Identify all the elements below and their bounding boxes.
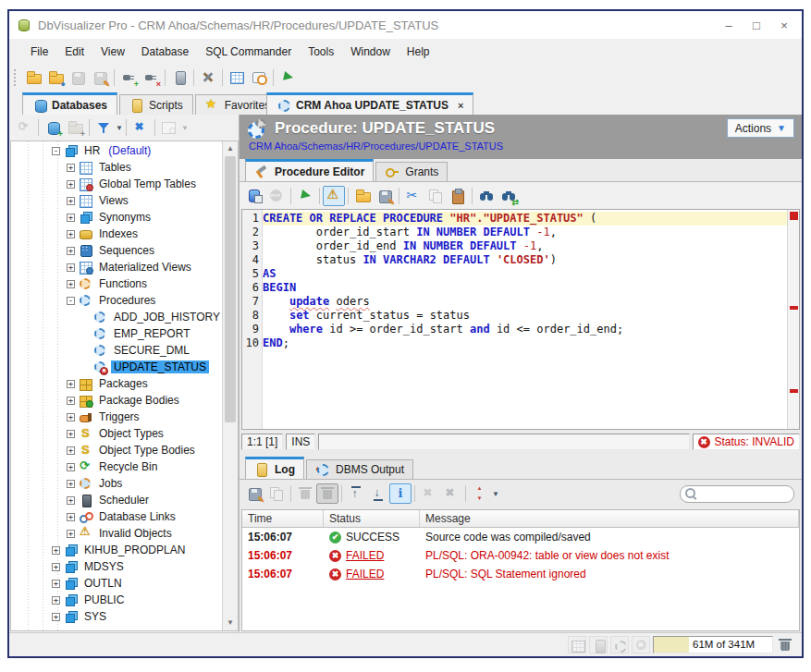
log-search[interactable]	[680, 485, 794, 503]
close-button[interactable]: ×	[770, 14, 798, 36]
column-header-message[interactable]: Message	[420, 510, 799, 527]
find-button[interactable]	[475, 186, 498, 206]
tree-item-scheduler[interactable]: +Scheduler	[11, 492, 222, 508]
code-line[interactable]: END;	[263, 336, 787, 350]
clear-button[interactable]	[294, 483, 316, 504]
actions-button[interactable]: Actions ▼	[727, 118, 794, 138]
copy-log-button[interactable]	[265, 483, 288, 504]
expand-icon[interactable]: +	[67, 164, 75, 172]
log-row[interactable]: 15:06:07✖FAILEDPL/SQL: SQL Statement ign…	[242, 565, 799, 583]
tree-scrollbar[interactable]: ▲ ▼	[222, 141, 238, 630]
tool-properties-button[interactable]	[197, 67, 219, 88]
connections-indicator[interactable]	[589, 636, 608, 654]
refresh-button[interactable]	[13, 117, 35, 138]
sql-editor[interactable]: 12345678910 CREATE OR REPLACE PROCEDURE …	[241, 209, 800, 430]
minimize-button[interactable]: –	[715, 14, 743, 36]
tree-item-procedures[interactable]: -Procedures	[11, 292, 222, 309]
grid-window-button[interactable]	[226, 67, 248, 88]
tab-dbms-output[interactable]: ●DBMS Output	[306, 459, 413, 479]
tree-item-packages[interactable]: +Packages	[11, 375, 222, 392]
expand-icon[interactable]: +	[67, 263, 75, 272]
menu-database[interactable]: Database	[133, 42, 197, 62]
memory-indicator[interactable]: 61M of 341M	[653, 636, 773, 654]
tree-item-mdsys[interactable]: +MDSYS	[11, 558, 222, 575]
expand-icon[interactable]: +	[67, 430, 75, 438]
tree-item-update-status[interactable]: UPDATE_STATUS	[11, 359, 222, 375]
tab-scripts[interactable]: Scripts	[119, 94, 193, 115]
collapse-icon[interactable]: -	[52, 147, 60, 155]
paste-button[interactable]	[447, 186, 469, 206]
expand-icon[interactable]: +	[52, 563, 60, 571]
tree-item-public[interactable]: +PUBLIC	[11, 592, 222, 608]
object-tab-close-icon[interactable]: ×	[458, 100, 463, 111]
error-marker[interactable]	[790, 306, 798, 310]
stop-button[interactable]	[265, 186, 288, 206]
tree-item-materialized-views[interactable]: +Materialized Views	[11, 259, 222, 275]
scroll-to-top-button[interactable]	[345, 483, 367, 504]
expand-icon[interactable]: +	[67, 247, 75, 255]
export-log-button[interactable]: ✎	[243, 483, 265, 504]
tree-item-sequences[interactable]: +Sequences	[11, 242, 222, 259]
preview-caret-icon[interactable]: ▼	[181, 124, 189, 132]
tree-item-object-type-bodies[interactable]: +Object Type Bodies	[11, 442, 222, 458]
expand-icon[interactable]: +	[52, 546, 60, 555]
expand-icon[interactable]: +	[67, 463, 75, 471]
tab-databases[interactable]: Databases	[22, 92, 117, 115]
expand-icon[interactable]: +	[67, 397, 75, 405]
tree-item-secure-dml[interactable]: SECURE_DML	[11, 342, 222, 359]
menu-window[interactable]: Window	[342, 42, 399, 62]
cut-button[interactable]	[402, 186, 424, 206]
tree-item-jobs[interactable]: +Jobs	[11, 475, 222, 492]
tree-item-views[interactable]: +Views	[11, 192, 222, 209]
error-stripe[interactable]	[787, 210, 799, 429]
menu-view[interactable]: View	[92, 42, 133, 62]
tree-item-object-types[interactable]: +Object Types	[11, 425, 222, 442]
show-info-button[interactable]	[389, 483, 412, 504]
code-line[interactable]: set current_status = status	[263, 309, 787, 323]
task-gear-indicator[interactable]	[610, 636, 629, 654]
garbage-collect-button[interactable]	[776, 636, 794, 654]
expand-icon[interactable]: +	[67, 230, 75, 238]
collapse-rows-button[interactable]	[440, 483, 462, 504]
tab-grants[interactable]: Grants	[375, 162, 448, 181]
expand-icon[interactable]: +	[52, 580, 60, 588]
expand-icon[interactable]: +	[67, 496, 75, 505]
tree-item-recycle-bin[interactable]: +Recycle Bin	[11, 458, 222, 475]
log-search-input[interactable]	[697, 487, 790, 500]
disconnect-button[interactable]: ×	[140, 67, 162, 88]
menu-tools[interactable]: Tools	[300, 42, 342, 62]
save-as-button[interactable]: ✎	[89, 67, 111, 88]
code-line[interactable]: AS	[263, 267, 787, 281]
tree-item-invalid-objects[interactable]: +Invalid Objects	[11, 525, 222, 542]
expand-icon[interactable]: +	[52, 613, 60, 621]
code-area[interactable]: CREATE OR REPLACE PROCEDURE "HR"."UPDATE…	[263, 210, 787, 429]
error-marker[interactable]	[790, 389, 798, 393]
save-procedure-button[interactable]	[243, 186, 265, 206]
expand-icon[interactable]: +	[67, 413, 75, 422]
tree-item-tables[interactable]: +Tables	[11, 159, 222, 176]
tree-item-database-links[interactable]: +Database Links	[11, 508, 222, 525]
preview-button[interactable]	[158, 117, 180, 138]
error-marker[interactable]	[790, 212, 798, 220]
filter-caret-icon[interactable]: ▼	[116, 124, 123, 132]
object-tab[interactable]: CRM Ahoa UPDATE_STATUS ×	[266, 92, 473, 115]
expand-icon[interactable]: +	[67, 280, 75, 288]
copy-button[interactable]	[424, 186, 447, 206]
expand-icon[interactable]: +	[67, 180, 75, 189]
tree-item-indexes[interactable]: +Indexes	[11, 226, 222, 242]
show-warnings-button[interactable]	[323, 186, 345, 206]
tree-item-add-job-history[interactable]: ADD_JOB_HISTORY	[11, 309, 222, 325]
tree-item-kihub-prodplan[interactable]: +KIHUB_PRODPLAN	[11, 542, 222, 558]
add-connection-button[interactable]: +	[42, 117, 64, 138]
collapse-all-button[interactable]	[129, 117, 152, 138]
execute-button[interactable]	[294, 186, 316, 206]
expand-icon[interactable]: +	[67, 214, 75, 222]
row-spacing-button[interactable]	[469, 483, 491, 504]
connect-button[interactable]: +	[117, 67, 140, 88]
tree-item-global-temp-tables[interactable]: +Global Temp Tables	[11, 176, 222, 192]
grid-indicator[interactable]	[568, 636, 586, 654]
save-button[interactable]	[67, 67, 89, 88]
code-line[interactable]: CREATE OR REPLACE PROCEDURE "HR"."UPDATE…	[263, 212, 787, 226]
error-indicator[interactable]: ✖	[632, 636, 650, 654]
column-header-status[interactable]: Status	[324, 510, 420, 527]
